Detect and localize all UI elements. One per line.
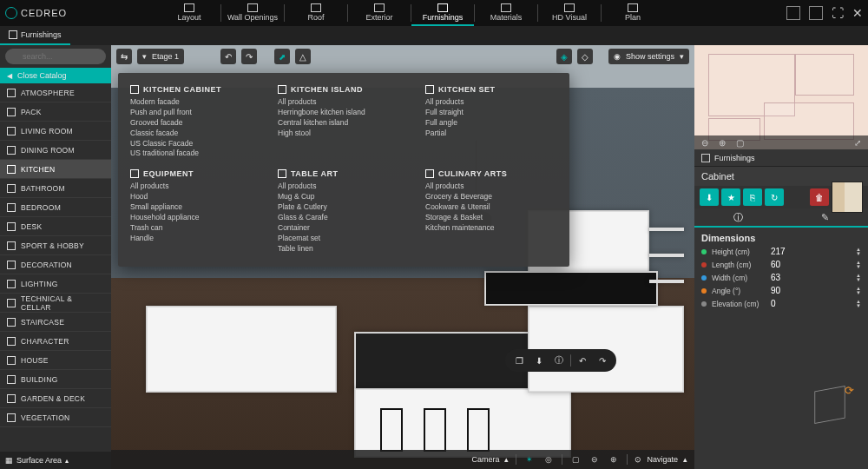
search-input[interactable]: [5, 49, 106, 64]
mega-item[interactable]: Trash can: [130, 223, 262, 234]
mega-item[interactable]: Cookware & Utensil: [425, 202, 557, 213]
floor-selector[interactable]: ▾ Etage 1: [137, 49, 184, 64]
frame-button[interactable]: ▢: [569, 453, 582, 466]
mega-item[interactable]: Modern facade: [130, 97, 262, 108]
redo-button[interactable]: ↷: [241, 49, 257, 64]
category-vegetation[interactable]: VEGETATION: [0, 408, 111, 427]
mega-item[interactable]: All products: [130, 182, 262, 192]
favorite-button[interactable]: ★: [721, 188, 740, 206]
category-lighting[interactable]: LIGHTING: [0, 274, 111, 294]
mega-item[interactable]: Central kitchen island: [278, 118, 410, 129]
mega-item[interactable]: US Classic Facade: [130, 139, 262, 149]
viewport[interactable]: ⇆ ▾ Etage 1 ↶ ↷ ⬈ △ ◈ ◇ ◉ Show settings …: [111, 45, 694, 469]
dim-value[interactable]: 60: [771, 260, 851, 269]
link-button[interactable]: ⎘: [743, 188, 762, 206]
category-building[interactable]: BUILDING: [0, 370, 111, 389]
category-technical-cellar[interactable]: TECHNICAL & CELLAR: [0, 294, 111, 313]
view-3d-button[interactable]: ◈: [556, 49, 572, 64]
dim-stepper[interactable]: ▲▼: [856, 274, 861, 282]
mega-item[interactable]: Container: [278, 223, 410, 234]
category-bedroom[interactable]: BEDROOM: [0, 198, 111, 217]
materials-tab[interactable]: ✎: [781, 208, 868, 226]
download-button[interactable]: ⬇: [700, 188, 719, 206]
mega-item[interactable]: Mug & Cup: [278, 192, 410, 202]
mega-item[interactable]: Kitchen maintenance: [425, 223, 557, 234]
mega-item[interactable]: Grocery & Beverage: [425, 192, 557, 202]
undo-button[interactable]: ↶: [220, 49, 236, 64]
dim-value[interactable]: 90: [771, 286, 851, 295]
mega-item[interactable]: All products: [278, 182, 410, 192]
close-catalog-button[interactable]: Close Catalog: [0, 68, 111, 83]
topnav-wall-openings[interactable]: Wall Openings: [221, 0, 284, 26]
view-top-button[interactable]: ◇: [577, 49, 593, 64]
dim-stepper[interactable]: ▲▼: [856, 261, 861, 269]
panel-tab[interactable]: Furnishings: [694, 149, 868, 167]
dim-stepper[interactable]: ▲▼: [856, 287, 861, 295]
sidebar-footer[interactable]: ▦ Surface Area ▴: [0, 452, 111, 469]
topnav-layout[interactable]: Layout: [158, 0, 220, 26]
undo-object-button[interactable]: ↶: [574, 352, 591, 369]
mega-item[interactable]: Small appliance: [130, 202, 262, 213]
mega-item[interactable]: All products: [425, 97, 557, 108]
mega-item[interactable]: Table linen: [278, 244, 410, 254]
tab-furnishings[interactable]: Furnishings: [0, 26, 70, 45]
mega-item[interactable]: All products: [278, 97, 410, 108]
dim-stepper[interactable]: ▲▼: [856, 300, 861, 308]
minimap[interactable]: ⊖ ⊕ ▢ ⤢: [694, 45, 868, 149]
category-dining-room[interactable]: DINING ROOM: [0, 141, 111, 160]
cursor-mode-button[interactable]: ⬈: [274, 49, 290, 64]
camera-selector[interactable]: Camera ▴: [471, 455, 509, 464]
zoom-in-button[interactable]: ⊕: [717, 137, 727, 148]
category-character[interactable]: CHARACTER: [0, 332, 111, 351]
save-icon[interactable]: [809, 6, 823, 20]
category-desk[interactable]: DESK: [0, 217, 111, 236]
mega-item[interactable]: Partial: [425, 129, 557, 139]
mega-item[interactable]: Grooved facade: [130, 118, 262, 129]
topnav-hd-visual[interactable]: HD Visual: [538, 0, 601, 26]
category-decoration[interactable]: DECORATION: [0, 255, 111, 274]
redo-object-button[interactable]: ↷: [594, 352, 611, 369]
mega-item[interactable]: Push and pull front: [130, 108, 262, 118]
mega-item[interactable]: Full straight: [425, 108, 557, 118]
category-pack[interactable]: PACK: [0, 102, 111, 122]
mega-item[interactable]: Classic facade: [130, 129, 262, 139]
zoom-out-button[interactable]: ⊖: [589, 453, 601, 466]
mega-item[interactable]: Herringbone kitchen island: [278, 108, 410, 118]
download-button[interactable]: ⬇: [530, 352, 548, 369]
help-icon[interactable]: [786, 6, 800, 20]
category-sport-hobby[interactable]: SPORT & HOBBY: [0, 236, 111, 255]
orientation-cube[interactable]: ⟳: [807, 382, 856, 431]
mega-item[interactable]: High stool: [278, 129, 410, 139]
mega-item[interactable]: Placemat set: [278, 234, 410, 244]
mega-item[interactable]: US traditional facade: [130, 149, 262, 159]
duplicate-button[interactable]: ❐: [510, 352, 528, 369]
zoom-out-button[interactable]: ⊖: [700, 137, 710, 148]
category-staircase[interactable]: STAIRCASE: [0, 313, 111, 332]
category-living-room[interactable]: LIVING ROOM: [0, 122, 111, 141]
dim-value[interactable]: 217: [771, 247, 851, 256]
info-tab[interactable]: ⓘ: [694, 208, 781, 226]
show-settings-button[interactable]: ◉ Show settings ▾: [608, 49, 689, 64]
delete-button[interactable]: 🗑: [810, 188, 829, 206]
category-garden-deck[interactable]: GARDEN & DECK: [0, 389, 111, 408]
category-bathroom[interactable]: BATHROOM: [0, 179, 111, 198]
mega-item[interactable]: Full angle: [425, 118, 557, 129]
category-kitchen[interactable]: KITCHEN: [0, 160, 111, 179]
close-icon[interactable]: ✕: [852, 6, 863, 20]
mega-item[interactable]: Handle: [130, 234, 262, 244]
swap-icon[interactable]: ⇆: [116, 49, 132, 64]
mega-item[interactable]: Storage & Basket: [425, 213, 557, 223]
navigate-selector[interactable]: ⊙ Navigate ▴: [635, 455, 687, 464]
mega-item[interactable]: Hood: [130, 192, 262, 202]
mega-item[interactable]: Household appliance: [130, 213, 262, 223]
topnav-plan[interactable]: Plan: [602, 0, 664, 26]
fit-button[interactable]: ▢: [734, 137, 745, 148]
expand-button[interactable]: ⤢: [852, 137, 863, 148]
dim-stepper[interactable]: ▲▼: [856, 248, 861, 256]
topnav-exterior[interactable]: Exterior: [348, 0, 411, 26]
category-house[interactable]: HOUSE: [0, 351, 111, 370]
lock-mode-button[interactable]: △: [295, 49, 311, 64]
category-atmosphere[interactable]: ATMOSPHERE: [0, 83, 111, 102]
restore-icon[interactable]: ⛶: [832, 6, 844, 20]
mega-item[interactable]: Glass & Carafe: [278, 213, 410, 223]
